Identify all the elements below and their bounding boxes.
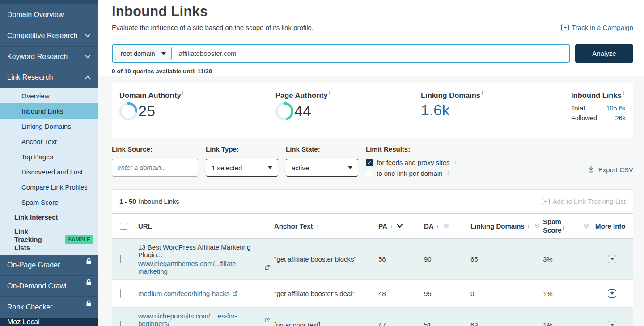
- link-source-input[interactable]: [112, 159, 198, 177]
- sidebar: Domain Overview Competitive Research Key…: [0, 0, 98, 326]
- query-quota-note: 9 of 10 queries available until 11/29: [112, 68, 633, 75]
- more-info-button[interactable]: [608, 255, 616, 263]
- add-to-tracking-list-label: Add to Link Tracking List: [553, 198, 626, 205]
- anchor-text: "get affiliate booster blocks": [274, 255, 378, 263]
- link-research-subnav: Overview Inbound Links Linking Domains A…: [0, 88, 98, 210]
- link-url[interactable]: medium.com/feed/hiring-hacks: [138, 290, 238, 297]
- chevron-down-icon: [85, 34, 91, 38]
- sidebar-item-label: On-Demand Crawl: [7, 282, 66, 290]
- info-icon[interactable]: i: [316, 224, 317, 229]
- info-icon[interactable]: i: [182, 91, 183, 96]
- da-value: 90: [424, 255, 470, 263]
- sidebar-item-label: Keyword Research: [7, 53, 68, 61]
- column-header-da[interactable]: DAi: [424, 222, 470, 230]
- table-toolbar: 1 - 50 Inbound Links + Add to Link Track…: [112, 190, 633, 214]
- scope-dropdown[interactable]: root domain: [115, 47, 172, 60]
- sidebar-item-link-intersect[interactable]: Link Intersect: [0, 210, 98, 224]
- lock-icon: [86, 258, 92, 265]
- main-content: Inbound Links Evaluate the influence of …: [98, 0, 644, 326]
- checkbox[interactable]: ✓: [366, 159, 373, 166]
- anchor-text: [no anchor text]: [274, 321, 378, 326]
- sidebar-item-domain-overview[interactable]: Domain Overview: [0, 4, 98, 25]
- chevron-down-icon: [85, 55, 91, 59]
- track-in-campaign-link[interactable]: + Track in a Campaign: [561, 24, 633, 31]
- link-url[interactable]: www.elegantthemes.com/...filiate-marketi…: [138, 260, 270, 275]
- subnav-item-overview[interactable]: Overview: [0, 88, 98, 103]
- column-header-linking-domains[interactable]: Linking Domainsi: [470, 222, 543, 230]
- row-checkbox[interactable]: [120, 289, 121, 298]
- sort-desc-icon[interactable]: [397, 224, 403, 228]
- sidebar-item-label: Domain Overview: [7, 11, 64, 19]
- info-icon[interactable]: i: [391, 224, 392, 229]
- column-header-spam-score[interactable]: SpamScorei: [543, 218, 595, 234]
- column-header-url[interactable]: URL: [138, 222, 274, 230]
- filter-link-source: Link Source:: [112, 145, 198, 180]
- info-icon[interactable]: i: [329, 91, 330, 96]
- info-icon[interactable]: i: [528, 224, 529, 229]
- total-value[interactable]: 105.6k: [606, 103, 626, 113]
- row-checkbox[interactable]: [120, 255, 121, 263]
- search-box[interactable]: root domain affiliatebooster.com: [112, 44, 570, 63]
- checkbox-one-link-per-domain[interactable]: to one link per domain i: [366, 169, 456, 177]
- sidebar-item-moz-local[interactable]: Moz Local: [0, 318, 98, 326]
- info-icon[interactable]: i: [482, 91, 483, 96]
- table-row: medium.com/feed/hiring-hacks "get affili…: [112, 279, 633, 307]
- metrics-card: Domain Authorityi 25 Page Authorityi: [112, 83, 633, 138]
- info-icon[interactable]: i: [454, 160, 455, 165]
- plus-box-icon: +: [542, 198, 550, 205]
- pa-value: 56: [378, 255, 424, 263]
- info-icon[interactable]: i: [448, 171, 449, 176]
- sort-icon[interactable]: [443, 224, 449, 229]
- more-info-button[interactable]: [608, 321, 616, 326]
- link-page-title: 13 Best WordPress Affiliate Marketing Pl…: [138, 243, 270, 258]
- sidebar-item-keyword-research[interactable]: Keyword Research: [0, 47, 98, 68]
- link-url[interactable]: www.nichepursuits.com/ ...es-for-beginne…: [138, 312, 270, 326]
- subnav-item-inbound-links[interactable]: Inbound Links: [0, 103, 98, 119]
- sidebar-item-rank-checker[interactable]: Rank Checker: [0, 297, 98, 318]
- limit-results-label: Limit Results:: [366, 145, 456, 153]
- filter-link-type: Link Type: 1 selected: [206, 145, 278, 180]
- info-icon[interactable]: i: [437, 224, 438, 229]
- checkbox-label: for feeds and proxy sites: [377, 159, 449, 166]
- checkbox-feeds-proxy[interactable]: ✓ for feeds and proxy sites i: [366, 159, 456, 166]
- sidebar-item-on-page-grader[interactable]: On-Page Grader: [0, 255, 98, 276]
- linking-domains-value[interactable]: 1.6k: [421, 102, 571, 119]
- subnav-item-top-pages[interactable]: Top Pages: [0, 149, 98, 164]
- more-info-button[interactable]: [608, 289, 616, 298]
- export-csv-button[interactable]: Export CSV: [588, 159, 633, 180]
- table-header-row: URL Anchor Texti PAi DAi Linking Domains…: [112, 214, 633, 239]
- pa-value: 48: [378, 290, 424, 297]
- export-csv-label: Export CSV: [598, 166, 633, 174]
- subnav-item-linking-domains[interactable]: Linking Domains: [0, 119, 98, 134]
- filters-row: Link Source: Link Type: 1 selected Link …: [112, 145, 633, 180]
- checkbox[interactable]: [366, 170, 373, 177]
- sort-icon[interactable]: [583, 224, 589, 229]
- sidebar-item-on-demand-crawl[interactable]: On-Demand Crawl: [0, 276, 98, 297]
- subnav-item-spam-score[interactable]: Spam Score: [0, 195, 98, 210]
- search-input[interactable]: affiliatebooster.com: [179, 50, 564, 57]
- link-state-dropdown[interactable]: active: [286, 159, 358, 177]
- inbound-links-followed-row: Followed 26k: [571, 113, 626, 123]
- sidebar-item-link-research[interactable]: Link Research: [0, 67, 98, 88]
- chevron-down-icon: [268, 166, 272, 169]
- track-link-label: Track in a Campaign: [572, 24, 633, 31]
- spam-score-value: 3%: [543, 255, 595, 263]
- subnav-item-compare-link-profiles[interactable]: Compare Link Profiles: [0, 179, 98, 195]
- external-link-icon: [264, 265, 270, 271]
- external-link-icon: [232, 291, 238, 296]
- info-icon[interactable]: i: [563, 226, 564, 231]
- column-header-anchor-text[interactable]: Anchor Texti: [274, 222, 378, 230]
- row-checkbox[interactable]: [120, 321, 121, 326]
- analyze-button[interactable]: Analyze: [575, 44, 633, 63]
- subnav-item-anchor-text[interactable]: Anchor Text: [0, 134, 98, 149]
- add-to-tracking-list-button[interactable]: + Add to Link Tracking List: [542, 198, 626, 205]
- sort-icon[interactable]: [534, 224, 540, 229]
- select-all-checkbox[interactable]: [120, 223, 127, 230]
- link-type-dropdown[interactable]: 1 selected: [206, 159, 278, 177]
- sidebar-item-competitive-research[interactable]: Competitive Research: [0, 25, 98, 47]
- subnav-item-discovered-and-lost[interactable]: Discovered and Lost: [0, 164, 98, 179]
- followed-value: 26k: [615, 113, 626, 123]
- sidebar-item-link-tracking-lists[interactable]: Link Tracking Lists SAMPLE: [0, 224, 98, 255]
- info-icon[interactable]: i: [623, 91, 624, 96]
- column-header-pa[interactable]: PAi: [378, 222, 424, 230]
